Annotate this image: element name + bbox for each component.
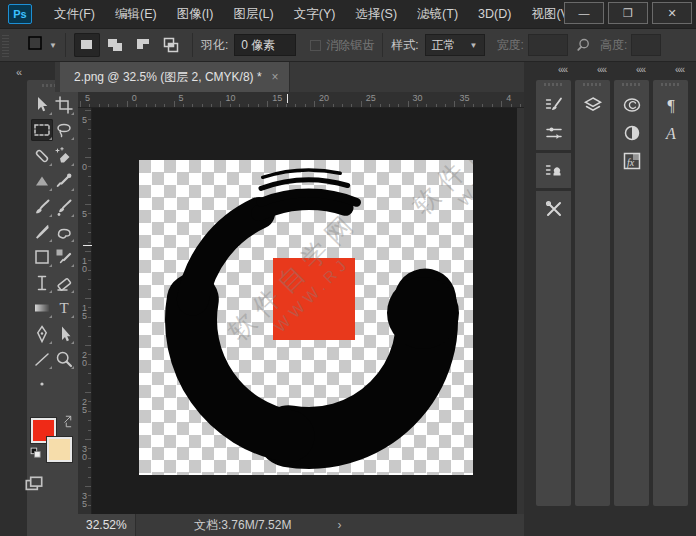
zoom-level-field[interactable]: 32.52%: [78, 514, 136, 536]
paragraph-icon[interactable]: ¶: [657, 92, 684, 118]
collapse-toolbar-button[interactable]: «: [16, 66, 21, 78]
swap-colors-icon[interactable]: [61, 414, 76, 433]
close-tab-icon[interactable]: ×: [272, 70, 279, 84]
rect-marquee-tool[interactable]: [31, 119, 53, 141]
style-value: 正常: [432, 37, 456, 54]
background-color-swatch[interactable]: [47, 437, 72, 462]
subtract-from-selection-button[interactable]: [130, 33, 156, 57]
document-tab[interactable]: 2.png @ 32.5% (图层 2, CMYK/8) * ×: [60, 62, 290, 92]
pencil-tool[interactable]: [31, 221, 53, 243]
menu-item-0[interactable]: 文件(F): [44, 0, 105, 28]
width-input[interactable]: [528, 34, 568, 56]
collapse-panel-button[interactable]: ««: [536, 62, 571, 78]
ruler-label-h: 4: [506, 93, 511, 103]
eraser-tool[interactable]: [53, 272, 75, 294]
lasso-tool[interactable]: [53, 119, 75, 141]
antialias-label: 消除锯齿: [326, 37, 374, 54]
screen-mode-icon[interactable]: [23, 474, 45, 500]
menu-item-7[interactable]: 3D(D): [468, 0, 521, 28]
more-tools-dot[interactable]: [31, 373, 53, 395]
chevron-down-icon: ▼: [49, 41, 57, 50]
pen-tool[interactable]: [31, 323, 53, 345]
mixer-brush-tool[interactable]: [53, 196, 75, 218]
minimize-button[interactable]: —: [564, 2, 604, 24]
menu-item-4[interactable]: 文字(Y): [284, 0, 346, 28]
panel-grip[interactable]: [661, 83, 681, 86]
ruler-tool[interactable]: [31, 272, 53, 294]
healing-brush-tool[interactable]: [31, 145, 53, 167]
ruler-label-h: 0: [132, 93, 137, 103]
brush-settings-icon[interactable]: [540, 120, 567, 146]
red-square-layer[interactable]: [273, 258, 355, 340]
magic-eraser-tool[interactable]: [53, 145, 75, 167]
intersect-selection-button[interactable]: [158, 33, 184, 57]
collapse-panel-button[interactable]: ««: [575, 62, 610, 78]
horizontal-ruler[interactable]: 5051015202530354: [78, 92, 524, 108]
style-select[interactable]: 正常 ▼: [425, 34, 485, 56]
brush-tool[interactable]: [31, 196, 53, 218]
line-tool[interactable]: [31, 348, 53, 370]
vertical-scrollbar[interactable]: [517, 108, 524, 514]
feather-input[interactable]: 0 像素: [234, 34, 296, 56]
move-tool[interactable]: [31, 94, 53, 116]
maximize-button[interactable]: ❒: [608, 2, 648, 24]
styles-fx-icon[interactable]: fx: [618, 148, 645, 174]
creative-cloud-icon[interactable]: [618, 92, 645, 118]
color-sampler-tool[interactable]: [53, 246, 75, 268]
canvas-area[interactable]: 软件自学网 WWW.RJ 软件自学网 WWW.RJ: [92, 108, 517, 514]
type-tool[interactable]: T: [53, 297, 75, 319]
zoom-tool[interactable]: [53, 348, 75, 370]
crop-tool[interactable]: [53, 94, 75, 116]
feather-label: 羽化:: [201, 37, 228, 54]
ruler-label-h: 15: [272, 93, 282, 103]
panel-strip-1: ««: [575, 62, 610, 506]
ruler-label-h: 10: [225, 93, 235, 103]
adjustments-icon[interactable]: [618, 120, 645, 146]
panel-grip[interactable]: [622, 83, 642, 86]
tools-panel: T: [27, 80, 79, 536]
height-input[interactable]: [631, 34, 661, 56]
clone-source-icon[interactable]: [540, 158, 567, 184]
tool-preset-picker[interactable]: ▼: [25, 33, 57, 57]
panel-strip-3: ««¶A: [653, 62, 688, 506]
smudge-tool[interactable]: [53, 221, 75, 243]
collapse-panel-button[interactable]: ««: [614, 62, 649, 78]
quick-selection-tool[interactable]: [31, 170, 53, 192]
height-label: 高度:: [600, 37, 627, 54]
add-to-selection-button[interactable]: [102, 33, 128, 57]
character-icon[interactable]: A: [657, 120, 684, 146]
menu-bar: 文件(F)编辑(E)图像(I)图层(L)文字(Y)选择(S)滤镜(T)3D(D)…: [44, 0, 584, 28]
ruler-label-h: 5: [179, 93, 184, 103]
gradient-tool[interactable]: [31, 297, 53, 319]
layers-icon[interactable]: [579, 92, 606, 118]
document-tab-bar: 2.png @ 32.5% (图层 2, CMYK/8) * ×: [55, 62, 524, 92]
options-bar: ▼ 羽化: 0 像素 消除锯齿 样式: 正常 ▼ 宽度: 高度:: [0, 28, 696, 62]
panel-grip[interactable]: [583, 83, 603, 86]
collapse-panel-button[interactable]: ««: [653, 62, 688, 78]
menu-item-6[interactable]: 滤镜(T): [407, 0, 468, 28]
new-selection-button[interactable]: [74, 33, 100, 57]
menu-item-3[interactable]: 图层(L): [223, 0, 283, 28]
eyedropper-tool[interactable]: [53, 170, 75, 192]
menu-item-5[interactable]: 选择(S): [345, 0, 407, 28]
panel-strip-0: ««: [536, 62, 571, 506]
document-image[interactable]: 软件自学网 WWW.RJ 软件自学网 WWW.RJ: [139, 160, 473, 475]
vertical-ruler[interactable]: 505101520253035: [78, 108, 92, 514]
ruler-label-h: 20: [319, 93, 329, 103]
menu-item-2[interactable]: 图像(I): [167, 0, 224, 28]
cursor-position-mark: [83, 245, 92, 246]
path-selection-tool[interactable]: [53, 323, 75, 345]
brush-presets-icon[interactable]: [540, 92, 567, 118]
close-button[interactable]: ✕: [652, 2, 692, 24]
antialias-checkbox[interactable]: [310, 40, 321, 51]
svg-text:T: T: [59, 300, 68, 316]
status-chevron-icon[interactable]: ›: [337, 518, 341, 532]
menu-item-1[interactable]: 编辑(E): [105, 0, 167, 28]
swap-width-height-icon[interactable]: [576, 36, 594, 54]
panel-grip[interactable]: [544, 83, 564, 86]
cursor-position-mark: [287, 94, 288, 103]
clone-stamp-tool[interactable]: [31, 246, 53, 268]
svg-text:A: A: [665, 125, 676, 142]
tool-presets-icon[interactable]: [540, 196, 567, 222]
default-colors-icon[interactable]: [29, 446, 43, 464]
